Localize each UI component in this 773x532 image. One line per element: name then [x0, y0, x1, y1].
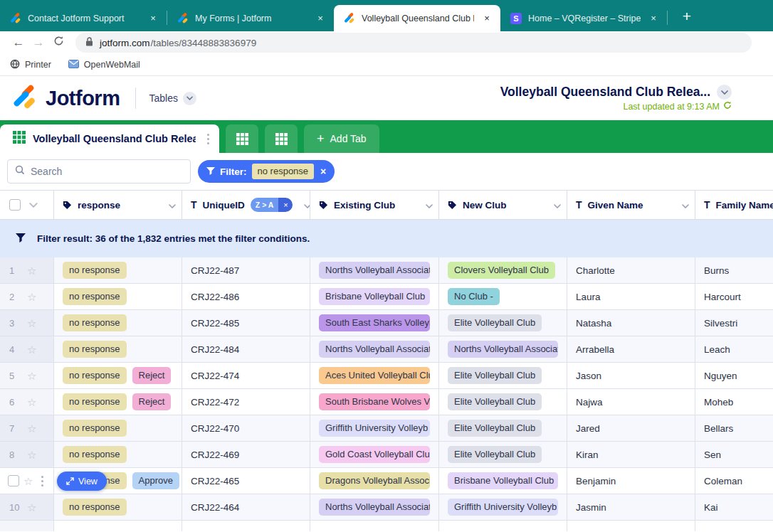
cell-new-club[interactable]: No Club -	[438, 284, 567, 309]
cell-given-name[interactable]: Benjamin	[567, 468, 695, 494]
cell-uniqueid[interactable]: CRJ22-484	[182, 336, 310, 362]
bookmark-openwebmail[interactable]: OpenWebMail	[68, 60, 140, 70]
cell-response[interactable]: no responseReject	[53, 389, 182, 415]
cell-existing-club[interactable]: South Brisbane Wolves Vo	[310, 389, 438, 415]
cell-uniqueid[interactable]: CRJ22-472	[182, 389, 310, 415]
cell-existing-club[interactable]: Gold Coast Volleyball Clu	[310, 442, 438, 467]
cell-existing-club[interactable]: Norths Volleyball Associat	[310, 494, 438, 520]
star-icon[interactable]: ☆	[27, 502, 36, 513]
cell-family-name[interactable]: Coleman	[695, 468, 773, 494]
tab-sheet-2[interactable]	[226, 124, 258, 153]
cell-new-club[interactable]: Clovers Volleyball Club	[438, 257, 567, 283]
cell-response[interactable]: no response	[53, 442, 182, 467]
cell-given-name[interactable]: Kiran	[567, 442, 695, 467]
filter-pill[interactable]: Filter: no response ×	[198, 160, 335, 183]
star-icon[interactable]: ☆	[27, 318, 36, 329]
star-icon[interactable]: ☆	[27, 449, 36, 460]
star-icon[interactable]: ☆	[27, 423, 36, 434]
tab-sheet-3[interactable]	[265, 124, 298, 153]
cell-given-name[interactable]: Natasha	[567, 310, 695, 336]
cell-uniqueid[interactable]: CRJ22-485	[182, 310, 310, 336]
sheet-title-chevron-icon[interactable]	[717, 85, 732, 100]
jotform-logo[interactable]: Jotform	[11, 85, 120, 112]
browser-tab-4[interactable]: SHome – VQRegister – Stripe×	[500, 6, 667, 31]
chevron-down-icon[interactable]	[682, 198, 689, 211]
search-input[interactable]	[31, 166, 173, 177]
url-omnibox[interactable]: jotform.com/tables/83448883836979	[75, 33, 752, 53]
cell-new-club[interactable]: Elite Volleyball Club	[438, 363, 567, 388]
cell-response[interactable]: no response	[53, 284, 182, 309]
star-icon[interactable]: ☆	[27, 397, 36, 408]
cell-response[interactable]: no responseReject	[53, 363, 182, 388]
cell-response[interactable]: no response	[53, 257, 182, 283]
cell-uniqueid[interactable]: CRJ22-487	[182, 257, 310, 283]
star-icon[interactable]: ☆	[27, 371, 36, 381]
back-icon[interactable]: ←	[9, 36, 28, 50]
cell-response[interactable]: no response	[53, 336, 182, 362]
cell-existing-club[interactable]: Dragons Volleyball Associa	[310, 468, 438, 494]
filter-remove-icon[interactable]: ×	[320, 166, 326, 177]
cell-family-name[interactable]: Kai	[695, 494, 773, 520]
column-header-family-name[interactable]: TFamily Name	[695, 191, 773, 219]
reload-icon[interactable]	[48, 36, 68, 50]
cell-existing-club[interactable]: Brisbane Volleyball Club	[310, 284, 438, 309]
chevron-down-icon[interactable]	[554, 198, 561, 211]
tab-volleyball-queensland-club-release[interactable]: Volleyball Queensland Club Release	[0, 124, 219, 153]
browser-tab-2[interactable]: My Forms | Jotform×	[167, 6, 334, 31]
search-box[interactable]	[7, 159, 191, 183]
cell-response[interactable]: no response	[53, 494, 182, 520]
sort-badge[interactable]: Z > A×	[251, 198, 293, 212]
star-icon[interactable]: ☆	[27, 292, 36, 302]
view-button[interactable]: View	[57, 472, 107, 491]
cell-family-name[interactable]: Silvestri	[695, 310, 773, 336]
product-selector[interactable]: Tables	[149, 92, 196, 105]
cell-family-name[interactable]: Bellars	[695, 415, 773, 441]
cell-uniqueid[interactable]: CRJ22-469	[182, 442, 310, 467]
cell-existing-club[interactable]: Griffith University Volleyb	[310, 415, 438, 441]
cell-existing-club[interactable]: Norths Volleyball Associat	[310, 336, 438, 362]
cell-given-name[interactable]: Jared	[567, 415, 695, 441]
cell-family-name[interactable]: Burns	[695, 257, 773, 283]
cell-given-name[interactable]: Charlotte	[567, 257, 695, 283]
chevron-down-icon[interactable]	[169, 198, 176, 211]
tab-menu-icon[interactable]	[203, 131, 214, 147]
cell-uniqueid[interactable]: CRJ22-464	[182, 494, 310, 520]
close-tab-icon[interactable]: ×	[314, 12, 327, 25]
column-header-uniqueid[interactable]: TUniqueIDZ > A×	[182, 191, 310, 219]
cell-existing-club[interactable]: South East Sharks Volleyb	[310, 310, 438, 336]
cell-response[interactable]: no responseApproveView	[53, 468, 182, 494]
cell-family-name[interactable]: Nguyen	[695, 363, 773, 388]
close-tab-icon[interactable]: ×	[647, 12, 660, 25]
close-tab-icon[interactable]: ×	[480, 12, 493, 25]
column-header-existing-club[interactable]: Existing Club	[310, 191, 438, 219]
column-header-new-club[interactable]: New Club	[438, 191, 567, 219]
cell-new-club[interactable]: Elite Volleyball Club	[438, 415, 567, 441]
close-tab-icon[interactable]: ×	[147, 12, 159, 25]
forward-icon[interactable]: →	[28, 36, 48, 50]
cell-family-name[interactable]: Leach	[695, 336, 773, 362]
row-checkbox[interactable]	[8, 475, 19, 486]
column-header-given-name[interactable]: TGiven Name	[567, 191, 695, 219]
cell-given-name[interactable]: Jason	[567, 363, 695, 388]
sort-remove-icon[interactable]: ×	[278, 198, 293, 212]
cell-uniqueid[interactable]: CRJ22-474	[182, 363, 310, 388]
column-header-response[interactable]: response	[53, 191, 182, 219]
cell-new-club[interactable]: Elite Volleyball Club	[438, 442, 567, 467]
cell-given-name[interactable]: Arrabella	[567, 336, 695, 362]
cell-response[interactable]: no response	[53, 310, 182, 336]
cell-given-name[interactable]: Jasmin	[567, 494, 695, 520]
chevron-down-icon[interactable]	[426, 198, 433, 211]
star-icon[interactable]: ☆	[23, 476, 33, 486]
cell-family-name[interactable]: Harcourt	[695, 284, 773, 309]
select-all-checkbox[interactable]	[9, 199, 21, 211]
chevron-down-icon[interactable]	[29, 203, 38, 208]
refresh-icon[interactable]	[723, 101, 732, 112]
cell-new-club[interactable]: Brisbane Volleyball Club	[438, 468, 567, 494]
cell-new-club[interactable]: Griffith University Volleyb	[438, 494, 567, 520]
row-menu-icon[interactable]	[37, 473, 48, 489]
browser-tab-3[interactable]: Volleyball Queensland Club Relea×	[334, 5, 500, 31]
cell-new-club[interactable]: Norths Volleyball Associat	[438, 336, 567, 362]
cell-existing-club[interactable]: Norths Volleyball Associat	[310, 257, 438, 283]
bookmark-printer[interactable]: Printer	[10, 59, 51, 71]
star-icon[interactable]: ☆	[27, 344, 36, 355]
